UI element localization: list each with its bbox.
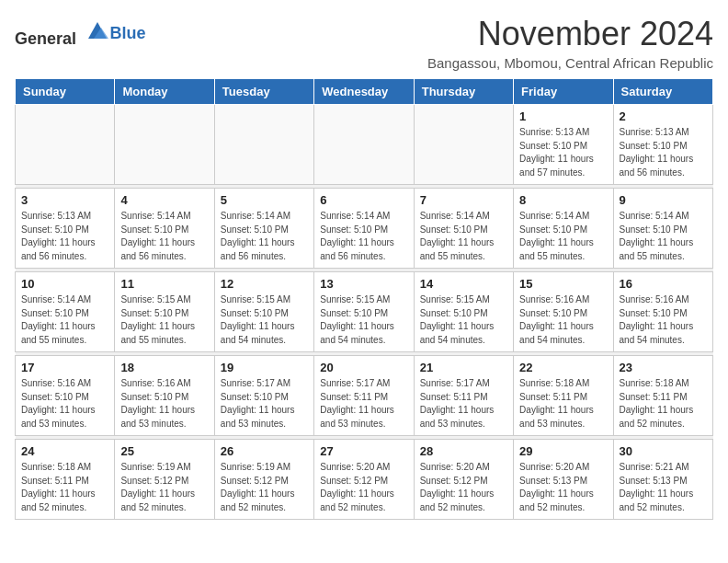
calendar-cell-w0d3	[314, 105, 414, 185]
day-number: 29	[519, 444, 607, 458]
weekday-header-sunday: Sunday	[16, 79, 115, 105]
day-number: 6	[320, 193, 407, 207]
day-number: 8	[519, 193, 607, 207]
day-number: 28	[420, 444, 507, 458]
calendar-cell-w4d2: 26Sunrise: 5:19 AM Sunset: 5:12 PM Dayli…	[214, 440, 313, 520]
calendar-cell-w1d5: 8Sunrise: 5:14 AM Sunset: 5:10 PM Daylig…	[514, 189, 613, 269]
day-info: Sunrise: 5:16 AM Sunset: 5:10 PM Dayligh…	[620, 293, 707, 347]
day-info: Sunrise: 5:17 AM Sunset: 5:10 PM Dayligh…	[221, 377, 308, 431]
day-info: Sunrise: 5:17 AM Sunset: 5:11 PM Dayligh…	[320, 377, 407, 431]
calendar-cell-w3d3: 20Sunrise: 5:17 AM Sunset: 5:11 PM Dayli…	[314, 356, 414, 436]
weekday-header-tuesday: Tuesday	[214, 79, 313, 105]
calendar-cell-w2d3: 13Sunrise: 5:15 AM Sunset: 5:10 PM Dayli…	[314, 272, 414, 352]
calendar-cell-w1d1: 4Sunrise: 5:14 AM Sunset: 5:10 PM Daylig…	[115, 189, 214, 269]
day-info: Sunrise: 5:17 AM Sunset: 5:11 PM Dayligh…	[420, 377, 507, 431]
calendar-cell-w3d1: 18Sunrise: 5:16 AM Sunset: 5:10 PM Dayli…	[115, 356, 214, 436]
day-number: 15	[519, 277, 607, 291]
header-area: General Blue November 2024 Bangassou, Mb…	[15, 15, 713, 71]
calendar-cell-w4d5: 29Sunrise: 5:20 AM Sunset: 5:13 PM Dayli…	[514, 440, 613, 520]
calendar-cell-w0d1	[115, 105, 214, 185]
day-info: Sunrise: 5:21 AM Sunset: 5:13 PM Dayligh…	[620, 461, 707, 514]
day-number: 11	[120, 277, 208, 291]
day-info: Sunrise: 5:19 AM Sunset: 5:12 PM Dayligh…	[221, 461, 308, 514]
day-number: 19	[221, 361, 308, 374]
calendar-cell-w3d6: 23Sunrise: 5:18 AM Sunset: 5:11 PM Dayli…	[613, 356, 712, 436]
day-info: Sunrise: 5:20 AM Sunset: 5:12 PM Dayligh…	[420, 461, 507, 514]
subtitle: Bangassou, Mbomou, Central African Repub…	[427, 55, 713, 71]
day-info: Sunrise: 5:14 AM Sunset: 5:10 PM Dayligh…	[120, 210, 208, 263]
calendar-cell-w2d1: 11Sunrise: 5:15 AM Sunset: 5:10 PM Dayli…	[115, 272, 214, 352]
day-info: Sunrise: 5:15 AM Sunset: 5:10 PM Dayligh…	[320, 293, 407, 347]
day-info: Sunrise: 5:14 AM Sunset: 5:10 PM Dayligh…	[320, 210, 407, 263]
day-info: Sunrise: 5:15 AM Sunset: 5:10 PM Dayligh…	[420, 293, 507, 347]
day-number: 20	[320, 361, 407, 374]
day-number: 30	[620, 444, 707, 458]
calendar-cell-w2d4: 14Sunrise: 5:15 AM Sunset: 5:10 PM Dayli…	[414, 272, 513, 352]
logo-blue: Blue	[110, 24, 146, 42]
day-number: 26	[221, 444, 308, 458]
day-number: 24	[21, 444, 108, 458]
logo-general: General	[15, 29, 76, 48]
calendar-cell-w3d4: 21Sunrise: 5:17 AM Sunset: 5:11 PM Dayli…	[414, 356, 513, 436]
calendar-cell-w0d5: 1Sunrise: 5:13 AM Sunset: 5:10 PM Daylig…	[514, 105, 613, 185]
day-number: 23	[620, 361, 707, 374]
day-info: Sunrise: 5:16 AM Sunset: 5:10 PM Dayligh…	[120, 377, 208, 431]
day-info: Sunrise: 5:13 AM Sunset: 5:10 PM Dayligh…	[519, 126, 607, 179]
weekday-header-saturday: Saturday	[613, 79, 712, 105]
day-info: Sunrise: 5:15 AM Sunset: 5:10 PM Dayligh…	[120, 293, 208, 347]
calendar-cell-w4d3: 27Sunrise: 5:20 AM Sunset: 5:12 PM Dayli…	[314, 440, 414, 520]
day-number: 2	[620, 109, 707, 123]
day-number: 12	[221, 277, 308, 291]
day-number: 13	[320, 277, 407, 291]
day-number: 25	[120, 444, 208, 458]
day-number: 10	[21, 277, 108, 291]
day-number: 22	[519, 361, 607, 374]
day-info: Sunrise: 5:18 AM Sunset: 5:11 PM Dayligh…	[21, 461, 108, 514]
weekday-header-friday: Friday	[514, 79, 613, 105]
calendar-cell-w3d0: 17Sunrise: 5:16 AM Sunset: 5:10 PM Dayli…	[16, 356, 115, 436]
day-info: Sunrise: 5:19 AM Sunset: 5:12 PM Dayligh…	[120, 461, 208, 514]
calendar-cell-w1d4: 7Sunrise: 5:14 AM Sunset: 5:10 PM Daylig…	[414, 189, 513, 269]
day-info: Sunrise: 5:18 AM Sunset: 5:11 PM Dayligh…	[620, 377, 707, 431]
day-info: Sunrise: 5:14 AM Sunset: 5:10 PM Dayligh…	[620, 210, 707, 263]
day-info: Sunrise: 5:18 AM Sunset: 5:11 PM Dayligh…	[519, 377, 607, 431]
day-number: 17	[21, 361, 108, 374]
day-number: 4	[120, 193, 208, 207]
day-info: Sunrise: 5:16 AM Sunset: 5:10 PM Dayligh…	[21, 377, 108, 431]
calendar-cell-w1d6: 9Sunrise: 5:14 AM Sunset: 5:10 PM Daylig…	[613, 189, 712, 269]
calendar-cell-w4d0: 24Sunrise: 5:18 AM Sunset: 5:11 PM Dayli…	[16, 440, 115, 520]
day-info: Sunrise: 5:14 AM Sunset: 5:10 PM Dayligh…	[21, 293, 108, 347]
calendar-cell-w2d5: 15Sunrise: 5:16 AM Sunset: 5:10 PM Dayli…	[514, 272, 613, 352]
calendar-cell-w3d5: 22Sunrise: 5:18 AM Sunset: 5:11 PM Dayli…	[514, 356, 613, 436]
calendar-cell-w0d6: 2Sunrise: 5:13 AM Sunset: 5:10 PM Daylig…	[613, 105, 712, 185]
day-number: 1	[519, 109, 607, 123]
weekday-header-monday: Monday	[115, 79, 214, 105]
calendar-cell-w4d4: 28Sunrise: 5:20 AM Sunset: 5:12 PM Dayli…	[414, 440, 513, 520]
title-area: November 2024 Bangassou, Mbomou, Central…	[427, 15, 713, 71]
calendar-cell-w0d0	[16, 105, 115, 185]
day-info: Sunrise: 5:14 AM Sunset: 5:10 PM Dayligh…	[519, 210, 607, 263]
day-info: Sunrise: 5:20 AM Sunset: 5:12 PM Dayligh…	[320, 461, 407, 514]
day-number: 5	[221, 193, 308, 207]
day-number: 3	[21, 193, 108, 207]
day-info: Sunrise: 5:20 AM Sunset: 5:13 PM Dayligh…	[519, 461, 607, 514]
calendar-cell-w0d4	[414, 105, 513, 185]
calendar-cell-w0d2	[214, 105, 313, 185]
calendar-cell-w1d2: 5Sunrise: 5:14 AM Sunset: 5:10 PM Daylig…	[214, 189, 313, 269]
calendar-cell-w4d6: 30Sunrise: 5:21 AM Sunset: 5:13 PM Dayli…	[613, 440, 712, 520]
day-info: Sunrise: 5:16 AM Sunset: 5:10 PM Dayligh…	[519, 293, 607, 347]
calendar-cell-w2d0: 10Sunrise: 5:14 AM Sunset: 5:10 PM Dayli…	[16, 272, 115, 352]
calendar-cell-w4d1: 25Sunrise: 5:19 AM Sunset: 5:12 PM Dayli…	[115, 440, 214, 520]
calendar: SundayMondayTuesdayWednesdayThursdayFrid…	[15, 78, 713, 520]
weekday-header-thursday: Thursday	[414, 79, 513, 105]
day-number: 18	[120, 361, 208, 374]
day-number: 21	[420, 361, 507, 374]
calendar-cell-w2d6: 16Sunrise: 5:16 AM Sunset: 5:10 PM Dayli…	[613, 272, 712, 352]
day-number: 9	[620, 193, 707, 207]
logo: General Blue	[15, 18, 146, 49]
logo-icon	[85, 18, 110, 44]
day-info: Sunrise: 5:14 AM Sunset: 5:10 PM Dayligh…	[221, 210, 308, 263]
day-number: 16	[620, 277, 707, 291]
day-number: 7	[420, 193, 507, 207]
day-info: Sunrise: 5:13 AM Sunset: 5:10 PM Dayligh…	[21, 210, 108, 263]
